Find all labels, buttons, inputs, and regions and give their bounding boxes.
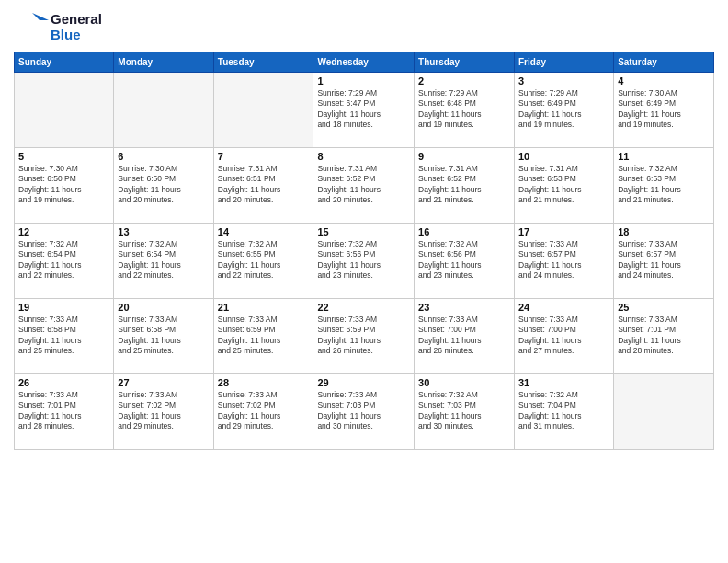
- day-cell: [614, 374, 714, 450]
- day-number: 5: [18, 151, 109, 162]
- week-row-1: 5Sunrise: 7:30 AM Sunset: 6:50 PM Daylig…: [15, 148, 714, 224]
- day-info: Sunrise: 7:33 AM Sunset: 7:00 PM Dayligh…: [418, 315, 510, 357]
- day-info: Sunrise: 7:33 AM Sunset: 7:01 PM Dayligh…: [618, 315, 710, 357]
- day-cell: 12Sunrise: 7:32 AM Sunset: 6:54 PM Dayli…: [15, 224, 114, 299]
- day-cell: 2Sunrise: 7:29 AM Sunset: 6:48 PM Daylig…: [415, 73, 515, 148]
- day-number: 25: [618, 302, 710, 313]
- day-number: 19: [18, 302, 109, 313]
- day-info: Sunrise: 7:33 AM Sunset: 7:02 PM Dayligh…: [118, 390, 209, 432]
- logo: General Blue: [14, 9, 102, 44]
- day-cell: [213, 73, 313, 148]
- day-cell: 16Sunrise: 7:32 AM Sunset: 6:56 PM Dayli…: [415, 224, 515, 299]
- day-info: Sunrise: 7:30 AM Sunset: 6:49 PM Dayligh…: [618, 88, 710, 131]
- weekday-tuesday: Tuesday: [213, 52, 313, 73]
- day-cell: 26Sunrise: 7:33 AM Sunset: 7:01 PM Dayli…: [15, 374, 114, 450]
- day-number: 22: [317, 302, 410, 313]
- day-cell: 3Sunrise: 7:29 AM Sunset: 6:49 PM Daylig…: [515, 73, 614, 148]
- day-cell: 27Sunrise: 7:33 AM Sunset: 7:02 PM Dayli…: [114, 374, 213, 450]
- week-row-3: 19Sunrise: 7:33 AM Sunset: 6:58 PM Dayli…: [15, 299, 714, 374]
- day-info: Sunrise: 7:32 AM Sunset: 6:54 PM Dayligh…: [18, 239, 109, 282]
- weekday-wednesday: Wednesday: [313, 52, 415, 73]
- day-info: Sunrise: 7:29 AM Sunset: 6:49 PM Dayligh…: [518, 88, 609, 131]
- weekday-saturday: Saturday: [614, 52, 714, 73]
- day-cell: 29Sunrise: 7:33 AM Sunset: 7:03 PM Dayli…: [313, 374, 415, 450]
- day-cell: 24Sunrise: 7:33 AM Sunset: 7:00 PM Dayli…: [515, 299, 614, 374]
- day-cell: 30Sunrise: 7:32 AM Sunset: 7:03 PM Dayli…: [415, 374, 515, 450]
- day-info: Sunrise: 7:31 AM Sunset: 6:53 PM Dayligh…: [518, 164, 609, 206]
- day-info: Sunrise: 7:29 AM Sunset: 6:47 PM Dayligh…: [317, 88, 410, 131]
- day-cell: 11Sunrise: 7:32 AM Sunset: 6:53 PM Dayli…: [614, 148, 714, 224]
- day-number: 12: [18, 226, 109, 237]
- day-number: 27: [118, 377, 209, 388]
- day-cell: 31Sunrise: 7:32 AM Sunset: 7:04 PM Dayli…: [515, 374, 614, 450]
- week-row-2: 12Sunrise: 7:32 AM Sunset: 6:54 PM Dayli…: [15, 224, 714, 299]
- day-number: 9: [418, 151, 510, 162]
- day-info: Sunrise: 7:30 AM Sunset: 6:50 PM Dayligh…: [18, 164, 109, 206]
- day-info: Sunrise: 7:33 AM Sunset: 6:59 PM Dayligh…: [218, 315, 310, 357]
- day-number: 17: [518, 226, 609, 237]
- day-number: 23: [418, 302, 510, 313]
- day-number: 26: [18, 377, 109, 388]
- weekday-thursday: Thursday: [415, 52, 515, 73]
- day-number: 18: [618, 226, 710, 237]
- day-cell: 1Sunrise: 7:29 AM Sunset: 6:47 PM Daylig…: [313, 73, 415, 148]
- day-cell: [114, 73, 213, 148]
- day-number: 7: [218, 151, 310, 162]
- day-cell: 28Sunrise: 7:33 AM Sunset: 7:02 PM Dayli…: [213, 374, 313, 450]
- logo-blue: Blue: [51, 27, 102, 42]
- day-number: 31: [518, 377, 609, 388]
- day-info: Sunrise: 7:33 AM Sunset: 7:02 PM Dayligh…: [218, 390, 310, 432]
- week-row-4: 26Sunrise: 7:33 AM Sunset: 7:01 PM Dayli…: [15, 374, 714, 450]
- day-info: Sunrise: 7:29 AM Sunset: 6:48 PM Dayligh…: [418, 88, 510, 131]
- day-cell: 17Sunrise: 7:33 AM Sunset: 6:57 PM Dayli…: [515, 224, 614, 299]
- logo-container: General Blue: [14, 9, 102, 44]
- day-info: Sunrise: 7:32 AM Sunset: 7:03 PM Dayligh…: [418, 390, 510, 432]
- page: General Blue SundayMondayTuesdayWednesda…: [0, 0, 728, 563]
- day-number: 21: [218, 302, 310, 313]
- day-info: Sunrise: 7:32 AM Sunset: 7:04 PM Dayligh…: [518, 390, 609, 432]
- calendar: SundayMondayTuesdayWednesdayThursdayFrid…: [14, 52, 714, 450]
- weekday-header-row: SundayMondayTuesdayWednesdayThursdayFrid…: [15, 52, 714, 73]
- logo-bird-icon: [14, 9, 49, 44]
- day-info: Sunrise: 7:33 AM Sunset: 7:03 PM Dayligh…: [317, 390, 410, 432]
- day-info: Sunrise: 7:33 AM Sunset: 6:58 PM Dayligh…: [118, 315, 209, 357]
- logo-general: General: [51, 11, 102, 27]
- day-number: 13: [118, 226, 209, 237]
- svg-marker-0: [32, 13, 49, 20]
- day-cell: 19Sunrise: 7:33 AM Sunset: 6:58 PM Dayli…: [15, 299, 114, 374]
- day-info: Sunrise: 7:32 AM Sunset: 6:55 PM Dayligh…: [218, 239, 310, 282]
- day-number: 1: [317, 75, 410, 86]
- day-info: Sunrise: 7:32 AM Sunset: 6:54 PM Dayligh…: [118, 239, 209, 282]
- day-info: Sunrise: 7:33 AM Sunset: 7:00 PM Dayligh…: [518, 315, 609, 357]
- day-number: 29: [317, 377, 410, 388]
- day-number: 16: [418, 226, 510, 237]
- day-info: Sunrise: 7:33 AM Sunset: 7:01 PM Dayligh…: [18, 390, 109, 432]
- day-info: Sunrise: 7:33 AM Sunset: 6:57 PM Dayligh…: [518, 239, 609, 282]
- day-info: Sunrise: 7:30 AM Sunset: 6:50 PM Dayligh…: [118, 164, 209, 206]
- weekday-monday: Monday: [114, 52, 213, 73]
- header: General Blue: [14, 9, 714, 44]
- day-cell: 8Sunrise: 7:31 AM Sunset: 6:52 PM Daylig…: [313, 148, 415, 224]
- day-number: 6: [118, 151, 209, 162]
- day-number: 24: [518, 302, 609, 313]
- day-cell: 21Sunrise: 7:33 AM Sunset: 6:59 PM Dayli…: [213, 299, 313, 374]
- day-cell: 7Sunrise: 7:31 AM Sunset: 6:51 PM Daylig…: [213, 148, 313, 224]
- day-info: Sunrise: 7:31 AM Sunset: 6:52 PM Dayligh…: [418, 164, 510, 206]
- day-cell: 20Sunrise: 7:33 AM Sunset: 6:58 PM Dayli…: [114, 299, 213, 374]
- day-info: Sunrise: 7:33 AM Sunset: 6:58 PM Dayligh…: [18, 315, 109, 357]
- day-info: Sunrise: 7:33 AM Sunset: 6:59 PM Dayligh…: [317, 315, 410, 357]
- day-number: 2: [418, 75, 510, 86]
- day-cell: 25Sunrise: 7:33 AM Sunset: 7:01 PM Dayli…: [614, 299, 714, 374]
- weekday-friday: Friday: [515, 52, 614, 73]
- day-cell: 22Sunrise: 7:33 AM Sunset: 6:59 PM Dayli…: [313, 299, 415, 374]
- day-number: 11: [618, 151, 710, 162]
- day-info: Sunrise: 7:33 AM Sunset: 6:57 PM Dayligh…: [618, 239, 710, 282]
- day-cell: [15, 73, 114, 148]
- day-number: 4: [618, 75, 710, 86]
- day-cell: 18Sunrise: 7:33 AM Sunset: 6:57 PM Dayli…: [614, 224, 714, 299]
- day-cell: 23Sunrise: 7:33 AM Sunset: 7:00 PM Dayli…: [415, 299, 515, 374]
- weekday-sunday: Sunday: [15, 52, 114, 73]
- day-number: 20: [118, 302, 209, 313]
- day-number: 15: [317, 226, 410, 237]
- day-cell: 9Sunrise: 7:31 AM Sunset: 6:52 PM Daylig…: [415, 148, 515, 224]
